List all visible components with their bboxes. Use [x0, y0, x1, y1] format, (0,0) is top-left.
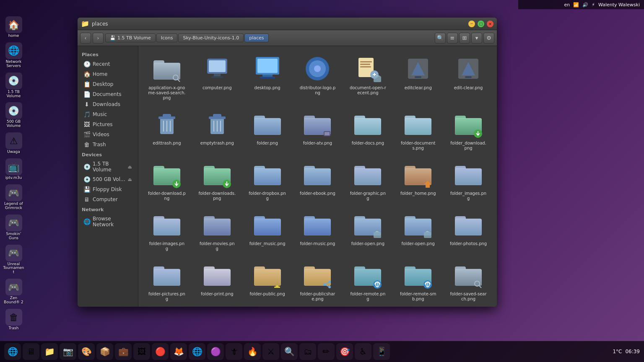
- desktop-icon-uwaga[interactable]: ⚠ Uwaga: [2, 131, 26, 156]
- file-icon-12[interactable]: folder-documents.png: [394, 106, 442, 154]
- taskbar-app3[interactable]: 🔥: [244, 343, 261, 360]
- file-icon-23[interactable]: folder_music.png: [243, 206, 292, 255]
- file-icon-10[interactable]: folder-atv.png: [293, 106, 342, 154]
- taskbar-opera[interactable]: 🔴: [152, 343, 169, 360]
- sidebar-item-browse-network[interactable]: 🌐 Browse Network: [79, 214, 136, 229]
- sidebar-item-videos[interactable]: 🎬 Videos: [79, 129, 136, 140]
- taskbar-app5[interactable]: 🔍: [281, 343, 298, 360]
- vol500-eject[interactable]: ⏏: [128, 177, 132, 182]
- file-icon-20[interactable]: folder_images.png: [444, 156, 493, 204]
- desktop-icon-home[interactable]: 🏠 home: [2, 15, 26, 40]
- sidebar-item-trash[interactable]: 🗑 Trash: [79, 140, 136, 150]
- file-icon-18[interactable]: folder-graphic.png: [343, 156, 392, 204]
- file-icon-16[interactable]: folder-dropbox.png: [243, 156, 292, 204]
- taskbar-files[interactable]: 📁: [41, 343, 58, 360]
- breadcrumb-volume[interactable]: 💾 1.5 TB Volume: [105, 34, 156, 42]
- file-icon-24[interactable]: folder-music.png: [293, 206, 342, 255]
- sidebar-item-music[interactable]: 🎵 Music: [79, 109, 136, 119]
- taskbar-app7[interactable]: ✏: [318, 343, 335, 360]
- desktop-icon-trash[interactable]: 🗑 Trash: [2, 307, 26, 332]
- sidebar-item-downloads[interactable]: ⬇ Downloads: [79, 99, 136, 109]
- file-icon-33[interactable]: folder-remote-smb.png: [394, 256, 442, 305]
- file-icon-11[interactable]: folder-docs.png: [343, 106, 392, 154]
- file-icon-8[interactable]: emptytrash.png: [193, 106, 242, 154]
- sidebar-item-vol15[interactable]: 💿 1.5 TB Volume ⏏: [79, 159, 136, 174]
- taskbar-browser[interactable]: 🌐: [4, 343, 21, 360]
- file-icon-27[interactable]: folder-photos.png: [444, 206, 493, 255]
- file-icon-26[interactable]: folder-open.png: [394, 206, 442, 255]
- vol15-eject[interactable]: ⏏: [128, 164, 132, 170]
- taskbar-app1[interactable]: 🟣: [207, 343, 224, 360]
- user-name[interactable]: Walenty Walewski: [598, 2, 640, 8]
- desktop-icon-smokin'-guns[interactable]: 🎮 Smokin' Guns: [2, 213, 26, 242]
- sidebar-item-computer[interactable]: 🖥 Computer: [79, 194, 136, 204]
- settings-button[interactable]: ⚙: [483, 33, 494, 44]
- sidebar-item-recent[interactable]: 🕐 Recent: [79, 59, 136, 69]
- file-icon-31[interactable]: folder-publicshare.png: [293, 256, 342, 305]
- taskbar-app8[interactable]: 🎯: [336, 343, 353, 360]
- file-icon-0[interactable]: application-x-gnome-saved-search.png: [143, 50, 191, 104]
- taskbar-access[interactable]: ♿: [355, 343, 371, 360]
- file-icon-1[interactable]: computer.png: [193, 50, 242, 104]
- desktop-icon-500-gb-volume[interactable]: 💿 500 GB Volume: [2, 101, 26, 130]
- file-icon-28[interactable]: folder-pictures.png: [143, 256, 191, 305]
- desktop-icon-iptv.m3u[interactable]: 📺 iptv.m3u: [2, 157, 26, 182]
- file-icon-name-16: folder-dropbox.png: [249, 191, 286, 201]
- file-icon-6[interactable]: edit-clear.png: [444, 50, 493, 104]
- file-icon-34[interactable]: folder-saved-search.png: [444, 256, 493, 305]
- file-icon-9[interactable]: folder.png: [243, 106, 292, 154]
- taskbar-photos[interactable]: 📷: [60, 343, 76, 360]
- search-button[interactable]: 🔍: [435, 33, 446, 44]
- taskbar-app2[interactable]: 🗡: [226, 343, 242, 360]
- breadcrumb-places[interactable]: places: [244, 34, 268, 42]
- desktop-icon-1.5-tb-volume[interactable]: 💿 1.5 TB Volume: [2, 71, 26, 100]
- taskbar-app6[interactable]: 🗂: [299, 343, 316, 360]
- sidebar-item-home[interactable]: 🏠 Home: [79, 69, 136, 79]
- file-icon-7[interactable]: edittrash.png: [143, 106, 191, 154]
- desktop-icon-legend-of-grimrock[interactable]: 🎮 Legend of Grimrock: [2, 183, 26, 212]
- desktop-icon-unreal-tournament[interactable]: 🎮 Unreal Tournament: [2, 243, 26, 277]
- taskbar-app9[interactable]: 📱: [373, 343, 390, 360]
- file-icon-21[interactable]: folder-images.png: [143, 206, 191, 255]
- desktop-icon-zen-bound®-2[interactable]: 🎮 Zen Bound® 2: [2, 277, 26, 306]
- file-icon-32[interactable]: folder-remote.png: [343, 256, 392, 305]
- sidebar-item-vol500[interactable]: 💿 500 GB Vol... ⏏: [79, 174, 136, 184]
- sidebar-item-documents[interactable]: 📄 Documents: [79, 89, 136, 99]
- taskbar-images[interactable]: 🖼: [133, 343, 150, 360]
- grid-view-button[interactable]: ⊞: [459, 33, 470, 44]
- file-icon-13[interactable]: folder_download.png: [444, 106, 493, 154]
- lang-indicator[interactable]: en: [564, 2, 570, 8]
- file-icon-4[interactable]: document-open-recent.png: [343, 50, 392, 104]
- file-icon-5[interactable]: editclear.png: [394, 50, 442, 104]
- file-icon-3[interactable]: distributor-logo.png: [293, 50, 342, 104]
- breadcrumb-icons[interactable]: Icons: [156, 34, 178, 42]
- close-button[interactable]: ×: [487, 21, 493, 27]
- file-icon-15[interactable]: folder-downloads.png: [193, 156, 242, 204]
- file-icon-2[interactable]: desktop.png: [243, 50, 292, 104]
- breadcrumb-skyblue[interactable]: Sky-Blue-Unity-icons-1.0: [178, 34, 244, 42]
- file-icon-25[interactable]: folder-open.png: [343, 206, 392, 255]
- sidebar-item-floppy[interactable]: 💾 Floppy Disk: [79, 184, 136, 194]
- file-icon-19[interactable]: folder_home.png: [394, 156, 442, 204]
- sidebar-item-pictures[interactable]: 🖼 Pictures: [79, 119, 136, 129]
- file-icon-17[interactable]: folder-ebook.png: [293, 156, 342, 204]
- minimize-button[interactable]: ─: [468, 21, 475, 27]
- taskbar-app4[interactable]: ⚔: [262, 343, 279, 360]
- taskbar-chrome[interactable]: 🌐: [189, 343, 205, 360]
- back-button[interactable]: ‹: [80, 33, 91, 44]
- file-icon-29[interactable]: folder-print.png: [193, 256, 242, 305]
- expand-button[interactable]: ▾: [471, 33, 482, 44]
- forward-button[interactable]: ›: [93, 33, 104, 44]
- taskbar-terminal[interactable]: 🖥: [23, 343, 39, 360]
- sidebar-item-desktop[interactable]: 📋 Desktop: [79, 79, 136, 89]
- taskbar-install[interactable]: 📦: [96, 343, 113, 360]
- taskbar-firefox[interactable]: 🦊: [170, 343, 187, 360]
- file-icon-14[interactable]: folder-download.png: [143, 156, 191, 204]
- desktop-icon-network-servers[interactable]: 🌐 Network Servers: [2, 41, 26, 70]
- taskbar-files2[interactable]: 💼: [115, 343, 132, 360]
- file-icon-22[interactable]: folder-movies.png: [193, 206, 242, 255]
- taskbar-gimp[interactable]: 🎨: [78, 343, 95, 360]
- list-view-button[interactable]: ≡: [447, 33, 458, 44]
- file-icon-30[interactable]: folder-public.png: [243, 256, 292, 305]
- maximize-button[interactable]: □: [478, 21, 484, 27]
